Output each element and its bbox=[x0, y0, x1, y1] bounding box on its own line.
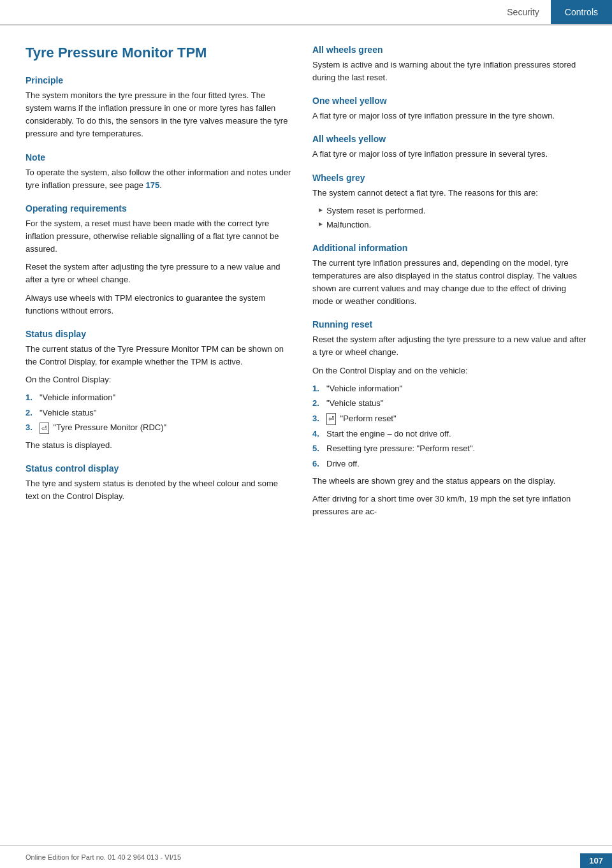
running-reset-heading: Running reset bbox=[312, 319, 586, 329]
operating-text3: Always use wheels with TPM electronics t… bbox=[26, 292, 293, 317]
security-label: Security bbox=[507, 7, 539, 17]
all-wheels-yellow-heading: All wheels yellow bbox=[312, 134, 586, 144]
running-reset-list: 1. "Vehicle information" 2. "Vehicle sta… bbox=[312, 382, 586, 470]
list-item: 3. ⏎ "Perform reset" bbox=[312, 412, 586, 425]
status-text1: The current status of the Tyre Pressure … bbox=[26, 343, 293, 368]
list-item: 2. "Vehicle status" bbox=[26, 407, 293, 419]
reset-icon: ⏎ bbox=[326, 413, 336, 425]
wheels-grey-list: System reset is performed. Malfunction. bbox=[319, 205, 586, 231]
one-wheel-yellow-heading: One wheel yellow bbox=[312, 96, 586, 106]
wheels-grey-heading: Wheels grey bbox=[312, 173, 586, 183]
operating-text2: Reset the system after adjusting the tyr… bbox=[26, 261, 293, 286]
status-heading: Status display bbox=[26, 329, 293, 339]
additional-text: The current tyre inflation pressures and… bbox=[312, 257, 586, 308]
list-item: Malfunction. bbox=[319, 219, 586, 231]
page-number: 107 bbox=[580, 853, 612, 868]
running-reset-text3: The wheels are shown grey and the status… bbox=[312, 475, 586, 488]
list-item: 1. "Vehicle information" bbox=[312, 382, 586, 395]
list-item: System reset is performed. bbox=[319, 205, 586, 217]
all-wheels-green-text: System is active and is warning about th… bbox=[312, 59, 586, 84]
list-item: 6. Drive off. bbox=[312, 458, 586, 470]
additional-heading: Additional information bbox=[312, 243, 586, 253]
content-area: Tyre Pressure Monitor TPM Principle The … bbox=[0, 25, 612, 549]
status-control-text: The tyre and system status is denoted by… bbox=[26, 477, 293, 503]
wheels-grey-text: The system cannot detect a flat tyre. Th… bbox=[312, 187, 586, 199]
running-reset-text4: After driving for a short time over 30 k… bbox=[312, 493, 586, 518]
status-text3: The status is displayed. bbox=[26, 439, 293, 452]
list-item: 3. ⏎ "Tyre Pressure Monitor (RDC)" bbox=[26, 421, 293, 434]
page-title: Tyre Pressure Monitor TPM bbox=[26, 45, 293, 61]
rdc-icon: ⏎ bbox=[40, 423, 49, 435]
right-column: All wheels green System is active and is… bbox=[312, 45, 586, 523]
operating-text1: For the system, a reset must have been m… bbox=[26, 217, 293, 256]
top-nav: Security Controls bbox=[0, 0, 612, 25]
note-heading: Note bbox=[26, 152, 293, 163]
status-control-heading: Status control display bbox=[26, 463, 293, 474]
footer-text: Online Edition for Part no. 01 40 2 964 … bbox=[26, 853, 181, 861]
all-wheels-green-heading: All wheels green bbox=[312, 45, 586, 55]
list-item: 2. "Vehicle status" bbox=[312, 397, 586, 410]
running-reset-text2: On the Control Display and on the vehicl… bbox=[312, 365, 586, 377]
principle-heading: Principle bbox=[26, 75, 293, 85]
operating-heading: Operating requirements bbox=[26, 203, 293, 213]
list-item: 5. Resetting tyre pressure: "Perform res… bbox=[312, 442, 586, 455]
status-text2: On the Control Display: bbox=[26, 373, 293, 386]
principle-text: The system monitors the tyre pressure in… bbox=[26, 89, 293, 141]
note-text: To operate the system, also follow the o… bbox=[26, 166, 293, 192]
controls-label: Controls bbox=[565, 7, 598, 17]
all-wheels-yellow-text: A flat tyre or major loss of tyre inflat… bbox=[312, 148, 586, 161]
nav-controls[interactable]: Controls bbox=[551, 0, 612, 24]
one-wheel-yellow-text: A flat tyre or major loss of tyre inflat… bbox=[312, 110, 586, 122]
list-item: 1. "Vehicle information" bbox=[26, 391, 293, 404]
status-list: 1. "Vehicle information" 2. "Vehicle sta… bbox=[26, 391, 293, 434]
note-page-ref[interactable]: 175 bbox=[146, 180, 160, 190]
running-reset-text1: Reset the system after adjusting the tyr… bbox=[312, 333, 586, 359]
footer: Online Edition for Part no. 01 40 2 964 … bbox=[0, 845, 612, 868]
list-item: 4. Start the engine – do not drive off. bbox=[312, 428, 586, 440]
nav-security[interactable]: Security bbox=[495, 0, 551, 24]
left-column: Tyre Pressure Monitor TPM Principle The … bbox=[26, 45, 293, 523]
